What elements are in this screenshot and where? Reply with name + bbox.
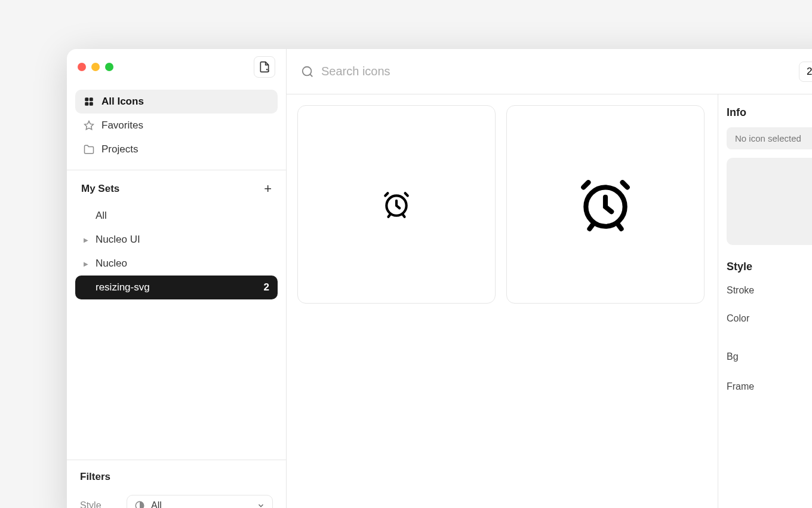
icon-tile[interactable]: [297, 105, 496, 304]
set-label: Nucleo: [96, 258, 127, 270]
set-label: All: [96, 210, 107, 222]
new-set-button[interactable]: [254, 56, 275, 78]
set-item-nucleo[interactable]: ▶ Nucleo: [75, 252, 278, 276]
color-row: Color: [727, 308, 812, 329]
filter-style-value: All: [151, 500, 162, 508]
search-icon: [301, 65, 314, 78]
topbar: 200: [287, 49, 812, 94]
traffic-lights: [78, 63, 113, 71]
add-set-button[interactable]: +: [264, 181, 272, 197]
svg-line-16: [583, 182, 588, 187]
info-header: Info: [727, 106, 812, 119]
filter-style-label: Style: [80, 500, 116, 508]
set-item-all[interactable]: All: [75, 204, 278, 228]
color-label: Color: [727, 313, 749, 324]
set-item-nucleo-ui[interactable]: ▶ Nucleo UI: [75, 228, 278, 252]
app-window: All Icons Favorites Projects My Sets +: [67, 49, 812, 508]
filters-section: Filters Style All: [67, 460, 286, 508]
svg-rect-5: [90, 102, 93, 106]
frame-label: Frame: [727, 381, 754, 392]
disclosure-icon: ▶: [84, 261, 90, 267]
svg-rect-3: [90, 97, 93, 101]
folder-icon: [84, 144, 94, 155]
filters-header: Filters: [80, 471, 273, 483]
sets-title: My Sets: [81, 183, 119, 195]
preview-box: [727, 158, 812, 245]
svg-rect-2: [85, 97, 88, 101]
search-input[interactable]: [321, 65, 791, 78]
svg-point-8: [303, 66, 312, 75]
nav-projects[interactable]: Projects: [75, 137, 278, 161]
star-icon: [84, 120, 94, 131]
svg-line-12: [405, 193, 408, 195]
zoom-input[interactable]: 200: [799, 62, 812, 82]
svg-line-1: [268, 71, 269, 72]
filter-style-select[interactable]: All: [127, 495, 273, 508]
chevron-down-icon: [257, 501, 265, 508]
titlebar: [67, 49, 286, 85]
frame-row: Frame: [727, 376, 812, 397]
minimize-icon[interactable]: [91, 63, 100, 71]
bg-label: Bg: [727, 351, 739, 362]
content-area: Info No icon selected Style Stroke 2 Col…: [287, 94, 812, 508]
icon-tile[interactable]: [506, 105, 705, 304]
stroke-label: Stroke: [727, 285, 754, 296]
svg-line-11: [385, 193, 387, 195]
svg-line-9: [310, 74, 312, 76]
grid-icon: [84, 96, 94, 107]
disclosure-icon: ▶: [84, 237, 90, 243]
set-label: resizing-svg: [96, 281, 150, 293]
my-sets-section: My Sets + All ▶ Nucleo UI ▶ Nucleo resiz…: [67, 170, 286, 460]
alarm-clock-icon: [382, 189, 411, 219]
swap-colors-icon[interactable]: ⇅: [727, 333, 812, 342]
set-label: Nucleo UI: [96, 234, 140, 246]
svg-marker-6: [85, 121, 94, 130]
svg-line-14: [402, 215, 404, 217]
svg-point-0: [266, 69, 268, 71]
svg-line-13: [388, 215, 390, 217]
svg-rect-4: [85, 102, 88, 106]
stroke-row: Stroke 2: [727, 281, 812, 299]
icon-grid: [287, 94, 718, 508]
svg-line-18: [589, 224, 593, 229]
set-item-resizing-svg[interactable]: resizing-svg 2: [75, 276, 278, 299]
svg-line-17: [623, 182, 628, 187]
no-selection-message: No icon selected: [727, 127, 812, 149]
sidebar: All Icons Favorites Projects My Sets +: [67, 49, 287, 508]
nav-all-icons[interactable]: All Icons: [75, 90, 278, 114]
half-circle-icon: [134, 500, 145, 508]
nav-label: All Icons: [102, 96, 144, 108]
set-count: 2: [264, 281, 269, 293]
maximize-icon[interactable]: [105, 63, 113, 71]
nav-label: Projects: [102, 143, 138, 155]
style-header: Style: [727, 261, 812, 273]
filter-style-row: Style All: [80, 495, 273, 508]
file-plus-icon: [259, 61, 270, 73]
nav-label: Favorites: [102, 120, 143, 131]
sets-header: My Sets +: [75, 181, 278, 204]
nav-favorites[interactable]: Favorites: [75, 114, 278, 137]
inspector-panel: Info No icon selected Style Stroke 2 Col…: [718, 94, 812, 508]
svg-line-19: [617, 224, 621, 229]
nav-section: All Icons Favorites Projects: [67, 85, 286, 170]
bg-row: Bg: [727, 346, 812, 368]
close-icon[interactable]: [78, 63, 86, 71]
alarm-clock-icon: [576, 175, 635, 234]
search-wrap: [301, 65, 791, 78]
main-area: 200: [287, 49, 812, 508]
